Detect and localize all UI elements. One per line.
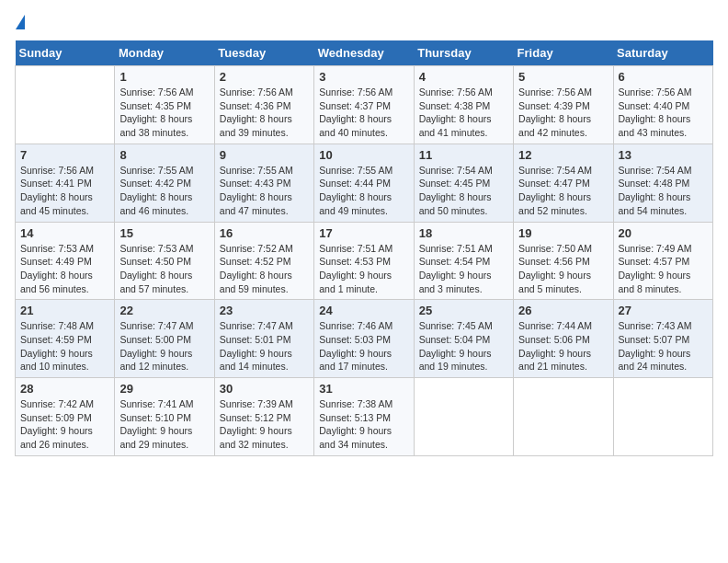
day-info: Sunrise: 7:46 AMSunset: 5:03 PMDaylight:…: [319, 319, 408, 373]
sunset-text: Sunset: 4:39 PM: [518, 100, 590, 111]
sunset-text: Sunset: 5:09 PM: [20, 412, 92, 423]
day-info: Sunrise: 7:42 AMSunset: 5:09 PMDaylight:…: [20, 397, 109, 452]
daylight-text: Daylight: 8 hours and 39 minutes.: [220, 113, 292, 138]
daylight-text: Daylight: 8 hours and 42 minutes.: [518, 113, 591, 138]
calendar-cell: 31Sunrise: 7:38 AMSunset: 5:13 PMDayligh…: [314, 378, 414, 456]
daylight-text: Daylight: 8 hours and 47 minutes.: [220, 191, 292, 216]
sunrise-text: Sunrise: 7:53 AM: [20, 243, 94, 254]
sunset-text: Sunset: 4:42 PM: [119, 178, 191, 189]
sunset-text: Sunset: 4:47 PM: [518, 178, 590, 189]
sunset-text: Sunset: 4:43 PM: [220, 178, 291, 189]
day-number: 24: [319, 304, 408, 317]
calendar-cell: 7Sunrise: 7:56 AMSunset: 4:41 PMDaylight…: [16, 144, 115, 222]
calendar-cell: 6Sunrise: 7:56 AMSunset: 4:40 PMDaylight…: [613, 66, 712, 144]
sunset-text: Sunset: 5:00 PM: [119, 334, 191, 345]
calendar-cell: 17Sunrise: 7:51 AMSunset: 4:53 PMDayligh…: [314, 222, 414, 300]
sunset-text: Sunset: 4:52 PM: [220, 256, 291, 267]
col-header-monday: Monday: [115, 40, 214, 66]
daylight-text: Daylight: 8 hours and 57 minutes.: [119, 270, 192, 294]
day-info: Sunrise: 7:39 AMSunset: 5:12 PMDaylight:…: [220, 397, 309, 452]
sunrise-text: Sunrise: 7:51 AM: [319, 243, 392, 254]
calendar-cell: 4Sunrise: 7:56 AMSunset: 4:38 PMDaylight…: [414, 66, 513, 144]
calendar-cell: 23Sunrise: 7:47 AMSunset: 5:01 PMDayligh…: [214, 300, 313, 378]
day-number: 20: [619, 226, 708, 240]
sunrise-text: Sunrise: 7:46 AM: [319, 320, 392, 331]
week-row-2: 7Sunrise: 7:56 AMSunset: 4:41 PMDaylight…: [16, 144, 713, 222]
week-row-1: 1Sunrise: 7:56 AMSunset: 4:35 PMDaylight…: [16, 66, 713, 144]
day-number: 21: [20, 304, 109, 317]
sunset-text: Sunset: 4:37 PM: [319, 100, 391, 111]
calendar-cell: 29Sunrise: 7:41 AMSunset: 5:10 PMDayligh…: [115, 378, 214, 456]
sunset-text: Sunset: 5:06 PM: [518, 334, 590, 345]
day-info: Sunrise: 7:54 AMSunset: 4:47 PMDaylight:…: [518, 164, 608, 218]
calendar-cell: 26Sunrise: 7:44 AMSunset: 5:06 PMDayligh…: [514, 300, 613, 378]
day-number: 8: [119, 148, 209, 162]
sunrise-text: Sunrise: 7:48 AM: [20, 320, 94, 331]
sunrise-text: Sunrise: 7:42 AM: [20, 398, 94, 409]
sunrise-text: Sunrise: 7:51 AM: [419, 243, 493, 254]
calendar-cell: [16, 66, 115, 144]
daylight-text: Daylight: 9 hours and 3 minutes.: [419, 270, 492, 294]
day-number: 17: [319, 226, 408, 240]
sunset-text: Sunset: 5:12 PM: [220, 412, 291, 423]
daylight-text: Daylight: 9 hours and 10 minutes.: [20, 348, 93, 373]
calendar-table: SundayMondayTuesdayWednesdayThursdayFrid…: [15, 40, 713, 456]
week-row-4: 21Sunrise: 7:48 AMSunset: 4:59 PMDayligh…: [16, 300, 713, 378]
day-info: Sunrise: 7:51 AMSunset: 4:54 PMDaylight:…: [419, 242, 508, 296]
daylight-text: Daylight: 9 hours and 34 minutes.: [319, 425, 392, 450]
col-header-friday: Friday: [514, 40, 613, 66]
day-number: 26: [518, 304, 608, 317]
daylight-text: Daylight: 8 hours and 54 minutes.: [619, 191, 691, 216]
sunrise-text: Sunrise: 7:56 AM: [619, 86, 692, 98]
sunrise-text: Sunrise: 7:54 AM: [619, 165, 692, 176]
daylight-text: Daylight: 8 hours and 49 minutes.: [319, 191, 392, 216]
daylight-text: Daylight: 8 hours and 45 minutes.: [20, 191, 93, 216]
sunrise-text: Sunrise: 7:38 AM: [319, 398, 392, 409]
day-number: 27: [619, 304, 708, 317]
day-number: 10: [319, 148, 408, 162]
day-number: 9: [220, 148, 309, 162]
day-info: Sunrise: 7:43 AMSunset: 5:07 PMDaylight:…: [619, 319, 708, 373]
calendar-cell: 21Sunrise: 7:48 AMSunset: 4:59 PMDayligh…: [16, 300, 115, 378]
sunset-text: Sunset: 4:50 PM: [119, 256, 191, 267]
col-header-sunday: Sunday: [16, 40, 115, 66]
calendar-cell: 25Sunrise: 7:45 AMSunset: 5:04 PMDayligh…: [414, 300, 513, 378]
sunrise-text: Sunrise: 7:49 AM: [619, 243, 692, 254]
col-header-tuesday: Tuesday: [214, 40, 313, 66]
day-info: Sunrise: 7:41 AMSunset: 5:10 PMDaylight:…: [119, 397, 209, 452]
col-header-thursday: Thursday: [414, 40, 513, 66]
sunrise-text: Sunrise: 7:54 AM: [419, 165, 493, 176]
day-info: Sunrise: 7:47 AMSunset: 5:01 PMDaylight:…: [220, 319, 309, 373]
day-number: 13: [619, 148, 708, 162]
calendar-cell: 22Sunrise: 7:47 AMSunset: 5:00 PMDayligh…: [115, 300, 214, 378]
sunrise-text: Sunrise: 7:56 AM: [419, 86, 493, 98]
calendar-cell: [414, 378, 513, 456]
calendar-cell: 28Sunrise: 7:42 AMSunset: 5:09 PMDayligh…: [16, 378, 115, 456]
calendar-cell: [514, 378, 613, 456]
calendar-cell: 1Sunrise: 7:56 AMSunset: 4:35 PMDaylight…: [115, 66, 214, 144]
day-info: Sunrise: 7:53 AMSunset: 4:50 PMDaylight:…: [119, 242, 209, 296]
calendar-cell: 8Sunrise: 7:55 AMSunset: 4:42 PMDaylight…: [115, 144, 214, 222]
sunrise-text: Sunrise: 7:56 AM: [518, 86, 592, 98]
day-number: 5: [518, 70, 608, 84]
sunrise-text: Sunrise: 7:53 AM: [119, 243, 193, 254]
calendar-cell: 20Sunrise: 7:49 AMSunset: 4:57 PMDayligh…: [613, 222, 712, 300]
sunset-text: Sunset: 4:41 PM: [20, 178, 92, 189]
day-info: Sunrise: 7:56 AMSunset: 4:41 PMDaylight:…: [20, 164, 109, 218]
sunset-text: Sunset: 5:01 PM: [220, 334, 291, 345]
sunset-text: Sunset: 4:59 PM: [20, 334, 92, 345]
day-info: Sunrise: 7:47 AMSunset: 5:00 PMDaylight:…: [119, 319, 209, 373]
sunrise-text: Sunrise: 7:55 AM: [220, 165, 293, 176]
day-info: Sunrise: 7:55 AMSunset: 4:42 PMDaylight:…: [119, 164, 209, 218]
day-number: 12: [518, 148, 608, 162]
sunset-text: Sunset: 5:03 PM: [319, 334, 391, 345]
sunrise-text: Sunrise: 7:56 AM: [319, 86, 392, 98]
day-number: 6: [619, 70, 708, 84]
daylight-text: Daylight: 9 hours and 29 minutes.: [119, 425, 192, 450]
daylight-text: Daylight: 8 hours and 56 minutes.: [20, 270, 93, 294]
calendar-cell: 12Sunrise: 7:54 AMSunset: 4:47 PMDayligh…: [514, 144, 613, 222]
calendar-cell: 15Sunrise: 7:53 AMSunset: 4:50 PMDayligh…: [115, 222, 214, 300]
calendar-cell: 10Sunrise: 7:55 AMSunset: 4:44 PMDayligh…: [314, 144, 414, 222]
sunset-text: Sunset: 4:38 PM: [419, 100, 491, 111]
calendar-cell: [613, 378, 712, 456]
